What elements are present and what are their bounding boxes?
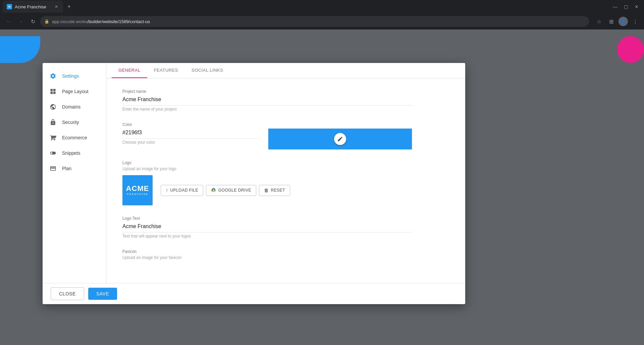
- project-name-value[interactable]: Acme Franchise: [122, 95, 412, 106]
- sidebar-item-snippets-label: Snippets: [62, 150, 80, 156]
- favicon-hint: Upload an image for your favicon: [122, 255, 412, 260]
- profile-button[interactable]: 👤: [619, 17, 628, 26]
- back-button[interactable]: ←: [4, 17, 13, 26]
- tab-bar: N Acme Franchise ✕ + — ▢ ✕: [0, 0, 644, 13]
- settings-icon: [49, 72, 57, 80]
- sidebar-item-settings-label: Settings: [62, 73, 79, 79]
- logo-hint: Upload an image for your logo: [122, 166, 412, 171]
- logo-buttons: ↑ UPLOAD FILE: [161, 185, 290, 196]
- content-inner: Project name Acme Franchise Enter the na…: [106, 78, 428, 281]
- tab-features[interactable]: FEATURES: [147, 63, 185, 78]
- color-preview[interactable]: [268, 128, 412, 150]
- upload-file-label: UPLOAD FILE: [170, 188, 199, 193]
- sidebar-item-ecommerce-label: Ecommerce: [62, 135, 87, 140]
- plan-icon: [49, 165, 57, 172]
- sidebar-item-page-layout-label: Page Layout: [62, 89, 89, 94]
- sidebar-item-plan-label: Plan: [62, 166, 71, 171]
- bookmark-button[interactable]: ☆: [594, 17, 604, 26]
- domains-icon: [49, 103, 57, 111]
- tab-general[interactable]: GENERAL: [112, 63, 147, 78]
- tab-close-button[interactable]: ✕: [54, 4, 59, 9]
- project-name-label: Project name: [122, 89, 412, 94]
- page-layout-icon: [49, 88, 57, 95]
- close-window-button[interactable]: ✕: [632, 2, 641, 11]
- color-value[interactable]: #2196f3: [122, 128, 257, 139]
- security-icon: [49, 119, 57, 126]
- logo-text-hint: Text that will appear next to your logos: [122, 234, 412, 238]
- google-drive-label: GOOGLE DRIVE: [218, 188, 251, 193]
- color-label: Color: [122, 122, 412, 127]
- logo-text-value[interactable]: Acme Franchise: [122, 222, 412, 232]
- sidebar-item-domains[interactable]: Domains: [43, 99, 106, 115]
- url-bar[interactable]: 🔒 app.nocode.works/builder/website/1589/…: [40, 16, 589, 27]
- sidebar: Settings Page Layout: [43, 63, 106, 283]
- dialog-body: Settings Page Layout: [43, 63, 465, 283]
- tabs-bar: GENERAL FEATURES SOCIAL LINKS: [106, 63, 465, 78]
- sidebar-item-page-layout[interactable]: Page Layout: [43, 84, 106, 99]
- logo-upload-row: ACME FRANCHISE ↑ UPLOAD FILE: [122, 175, 412, 205]
- new-tab-button[interactable]: +: [64, 2, 74, 11]
- close-button[interactable]: CLOSE: [51, 287, 84, 300]
- ecommerce-icon: [49, 134, 57, 141]
- tab-title: Acme Franchise: [15, 4, 51, 9]
- bg-pink-circle: [617, 36, 644, 63]
- url-text: app.nocode.works/builder/website/1589/co…: [52, 19, 150, 24]
- tab-right-controls: — ▢ ✕: [610, 2, 641, 11]
- color-row: #2196f3 Choose your color: [122, 128, 412, 150]
- address-right-controls: ☆ ⊞ 👤 ⋮: [594, 17, 640, 26]
- reload-button[interactable]: ↻: [28, 17, 38, 26]
- color-group: Color #2196f3 Choose your color: [122, 122, 412, 150]
- sidebar-item-settings[interactable]: Settings: [43, 68, 106, 84]
- logo-preview: ACME FRANCHISE: [122, 175, 153, 205]
- content-area[interactable]: Project name Acme Franchise Enter the na…: [106, 78, 465, 283]
- favicon-label: Favicon: [122, 249, 412, 254]
- logo-text-label: Logo Text: [122, 216, 412, 221]
- browser-chrome: N Acme Franchise ✕ + — ▢ ✕ ← → ↻ 🔒 app.n…: [0, 0, 644, 29]
- google-drive-icon: [211, 187, 216, 194]
- tab-favicon: N: [7, 4, 12, 9]
- url-path: /builder/website/1589/contact-us: [88, 19, 150, 24]
- logo-text-franchise: FRANCHISE: [127, 193, 148, 196]
- minimize-button[interactable]: —: [610, 2, 620, 11]
- project-name-group: Project name Acme Franchise Enter the na…: [122, 89, 412, 112]
- grid-button[interactable]: ⊞: [606, 17, 616, 26]
- reset-label: RESET: [271, 188, 285, 193]
- save-button[interactable]: SAVE: [88, 288, 117, 300]
- tab-social-links[interactable]: SOCIAL LINKS: [185, 63, 230, 78]
- sidebar-item-security-label: Security: [62, 120, 79, 125]
- settings-dialog: Settings Page Layout: [43, 63, 465, 304]
- color-hint: Choose your color: [122, 140, 257, 145]
- upload-file-button[interactable]: ↑ UPLOAD FILE: [161, 185, 203, 196]
- reset-button[interactable]: 🗑 RESET: [259, 185, 290, 196]
- sidebar-item-plan[interactable]: Plan: [43, 161, 106, 176]
- menu-button[interactable]: ⋮: [631, 17, 640, 26]
- snippets-icon: [49, 149, 57, 157]
- color-edit-button[interactable]: [334, 133, 346, 145]
- active-tab[interactable]: N Acme Franchise ✕: [3, 1, 63, 13]
- upload-icon: ↑: [166, 188, 168, 193]
- url-domain: app.nocode.works: [52, 19, 88, 24]
- logo-text-group: Logo Text Acme Franchise Text that will …: [122, 216, 412, 238]
- logo-section: Logo Upload an image for your logo ACME …: [122, 160, 412, 205]
- forward-button[interactable]: →: [16, 17, 25, 26]
- favicon-group: Favicon Upload an image for your favicon: [122, 249, 412, 260]
- lock-icon: 🔒: [44, 19, 49, 24]
- dialog-footer: CLOSE SAVE: [43, 283, 465, 304]
- color-left: #2196f3 Choose your color: [122, 128, 257, 145]
- delete-icon: 🗑: [264, 188, 269, 193]
- sidebar-item-domains-label: Domains: [62, 104, 80, 110]
- project-name-hint: Enter the name of your project: [122, 107, 412, 112]
- address-bar: ← → ↻ 🔒 app.nocode.works/builder/website…: [0, 13, 644, 29]
- main-content: GENERAL FEATURES SOCIAL LINKS Project na…: [106, 63, 465, 283]
- restore-button[interactable]: ▢: [621, 2, 631, 11]
- google-drive-button[interactable]: GOOGLE DRIVE: [206, 185, 256, 196]
- page-background: Settings Page Layout: [0, 29, 644, 345]
- sidebar-item-security[interactable]: Security: [43, 115, 106, 130]
- bg-blue-circle: [0, 36, 40, 63]
- sidebar-item-snippets[interactable]: Snippets: [43, 145, 106, 161]
- logo-label: Logo: [122, 160, 412, 165]
- sidebar-item-ecommerce[interactable]: Ecommerce: [43, 130, 106, 145]
- logo-text-acme: ACME: [126, 185, 149, 192]
